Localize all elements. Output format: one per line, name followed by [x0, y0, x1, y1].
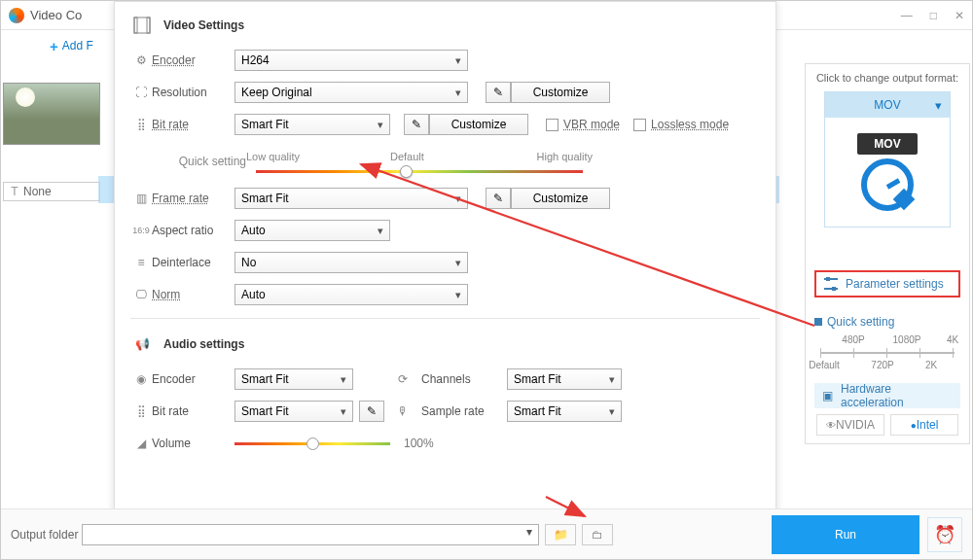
video-section-title: Video Settings: [163, 18, 244, 32]
channels-label: Channels: [421, 372, 499, 386]
app-title: Video Co: [30, 8, 82, 22]
audio-encoder-select[interactable]: Smart Fit: [234, 368, 353, 390]
output-panel: Click to change output format: MOV MOV P…: [805, 63, 970, 444]
audio-section-header: 📢 Audio settings: [130, 332, 760, 356]
volume-label: Volume: [152, 437, 234, 450]
bottom-bar: Output folder 📁 🗀 Run ⏰: [1, 508, 972, 559]
plus-icon: +: [50, 38, 58, 54]
qs-default-label: Default: [390, 151, 424, 162]
speaker-icon: 📢: [130, 332, 154, 356]
norm-icon: 🖵: [130, 288, 152, 301]
text-icon: T: [10, 185, 19, 198]
intel-chip[interactable]: ● Intel: [890, 414, 958, 436]
slider-knob[interactable]: [400, 165, 413, 178]
framerate-customize-button[interactable]: Customize: [511, 188, 610, 209]
framerate-select[interactable]: Smart Fit: [234, 188, 468, 209]
sliders-icon: [824, 278, 838, 290]
resolution-select[interactable]: Keep Original: [234, 82, 468, 103]
samplerate-label: Sample rate: [421, 404, 499, 418]
aspect-label: Aspect ratio: [152, 224, 234, 237]
audio-bitrate-label: Bit rate: [152, 404, 234, 418]
audio-bitrate-edit-button[interactable]: ✎: [359, 401, 384, 422]
film-icon: [130, 14, 154, 37]
format-select[interactable]: MOV: [825, 92, 950, 118]
qs-low-label: Low quality: [246, 151, 300, 162]
deinterlace-icon: ≡: [130, 256, 152, 269]
svg-rect-2: [147, 18, 150, 33]
framerate-edit-button[interactable]: ✎: [486, 188, 511, 209]
bitrate-select[interactable]: Smart Fit: [234, 114, 390, 135]
aspect-select[interactable]: Auto: [234, 220, 390, 241]
bitrate-icon: ⣿: [130, 118, 152, 131]
schedule-button[interactable]: ⏰: [927, 517, 962, 552]
bitrate-customize-button[interactable]: Customize: [429, 114, 528, 135]
quicktime-icon: [861, 158, 914, 211]
hardware-accel-button[interactable]: ▣ Hardware acceleration: [814, 383, 960, 408]
audio-bitrate-icon: ⣿: [130, 404, 152, 418]
app-logo-icon: [9, 8, 24, 23]
volume-slider[interactable]: [234, 442, 390, 445]
minimize-icon[interactable]: —: [901, 9, 913, 22]
svg-rect-1: [134, 18, 137, 33]
encoder-select[interactable]: H264: [234, 50, 468, 71]
deinterlace-select[interactable]: No: [234, 252, 468, 273]
audio-bitrate-select[interactable]: Smart Fit: [234, 401, 353, 422]
channels-select[interactable]: Smart Fit: [507, 368, 622, 390]
video-thumbnail[interactable]: [3, 83, 100, 145]
resolution-quick-slider[interactable]: 480P 1080P 4K Default 720P 2K: [814, 334, 960, 369]
audio-encoder-icon: ◉: [130, 372, 152, 386]
lossless-checkbox[interactable]: Lossless mode: [633, 118, 729, 131]
bitrate-edit-button[interactable]: ✎: [404, 114, 429, 135]
aspect-icon: 16:9: [130, 226, 152, 235]
svg-rect-0: [134, 18, 150, 33]
resolution-label: Resolution: [152, 86, 234, 99]
output-folder-select[interactable]: [82, 524, 539, 545]
nvidia-chip[interactable]: 👁 NVIDIA: [816, 414, 884, 436]
mic-icon: 🎙: [392, 404, 414, 418]
open-folder-button[interactable]: 🗀: [582, 524, 613, 545]
format-card[interactable]: MOV MOV: [824, 91, 951, 228]
bitrate-label: Bit rate: [152, 118, 234, 131]
output-panel-title: Click to change output format:: [816, 72, 958, 84]
resolution-icon: ⛶: [130, 86, 152, 99]
maximize-icon[interactable]: □: [930, 9, 937, 22]
quick-setting-label: Quick setting: [152, 155, 256, 168]
resolution-customize-button[interactable]: Customize: [511, 82, 610, 103]
quality-slider[interactable]: Low quality Default High quality: [256, 158, 583, 164]
encoder-label: Encoder: [152, 53, 234, 67]
chip-icon: ▣: [822, 389, 833, 402]
rp-quick-setting-label: Quick setting: [814, 315, 960, 329]
samplerate-select[interactable]: Smart Fit: [507, 401, 622, 422]
video-section-header: Video Settings: [130, 14, 760, 37]
gear-icon: ⚙: [130, 53, 152, 67]
volume-knob[interactable]: [306, 438, 319, 450]
close-icon[interactable]: ✕: [955, 9, 964, 22]
volume-value: 100%: [404, 437, 434, 450]
norm-select[interactable]: Auto: [234, 284, 468, 305]
vbr-checkbox[interactable]: VBR mode: [546, 118, 620, 131]
browse-folder-button[interactable]: 📁: [545, 524, 576, 545]
channels-icon: ⟳: [392, 372, 414, 386]
framerate-icon: ▥: [130, 192, 152, 205]
output-folder-label: Output folder: [11, 528, 78, 542]
settings-dialog: Video Settings ⚙ Encoder H264 ⛶ Resoluti…: [114, 1, 776, 545]
mov-badge: MOV: [857, 133, 918, 155]
deinterlace-label: Deinterlace: [152, 256, 234, 269]
run-button[interactable]: Run: [772, 515, 919, 554]
add-file-label: Add F: [62, 39, 93, 52]
resolution-edit-button[interactable]: ✎: [486, 82, 511, 103]
framerate-label: Frame rate: [152, 192, 234, 205]
divider: [130, 318, 760, 319]
audio-section-title: Audio settings: [163, 337, 244, 351]
norm-label: Norm: [152, 288, 234, 301]
qs-high-label: High quality: [537, 151, 593, 162]
parameter-settings-button[interactable]: Parameter settings: [814, 270, 960, 298]
volume-icon: ◢: [130, 437, 152, 450]
audio-encoder-label: Encoder: [152, 372, 234, 386]
subtitle-selector[interactable]: T None: [3, 182, 100, 201]
format-preview: MOV: [825, 118, 950, 227]
subtitle-value: None: [23, 185, 52, 198]
